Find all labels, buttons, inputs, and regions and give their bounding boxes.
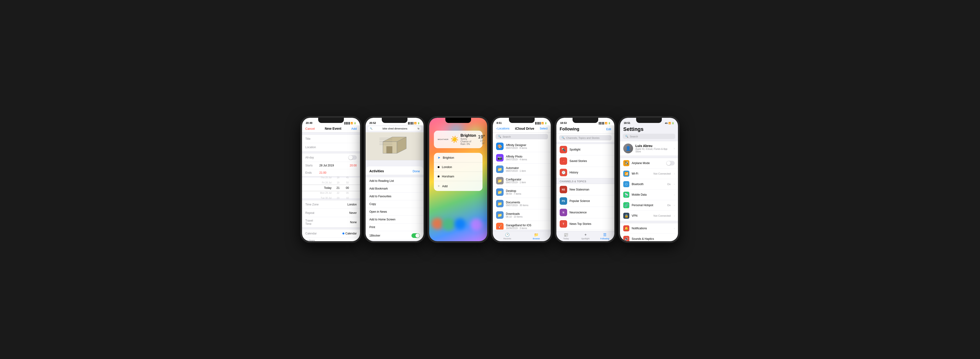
notch-4 xyxy=(509,118,535,123)
location-london[interactable]: London xyxy=(434,162,482,172)
location-add[interactable]: + Add xyxy=(434,181,482,191)
channel-news-top[interactable]: T News Top Stories xyxy=(557,218,614,230)
activity-add-favourites[interactable]: Add to Favourites xyxy=(366,192,423,200)
settings-vpn[interactable]: 🔒 VPN Not Connected xyxy=(620,211,678,221)
file-automator[interactable]: 📁 Automator 09/07/2019 · 1 item xyxy=(493,164,551,175)
phone-screen-4: 8:51 ▐▐▐▐ 📶 🔋 ‹ Locations iCloud Drive S… xyxy=(493,118,551,241)
location-field-row: Location xyxy=(302,143,360,151)
news-saved-stories[interactable]: 🔖 Saved Stories xyxy=(557,156,614,167)
refresh-icon[interactable]: ↻ xyxy=(418,127,419,130)
timezone-row[interactable]: Time Zone London xyxy=(302,200,360,209)
activity-reading-list[interactable]: Add to Reading List xyxy=(366,177,423,185)
weather-range: 23° / 14° xyxy=(478,140,485,145)
settings-mobile-data[interactable]: 📡 Mobile Data xyxy=(620,189,678,200)
add-home-label: Add to Home Screen xyxy=(369,218,395,221)
activity-copy[interactable]: Copy xyxy=(366,200,423,208)
settings-notifications[interactable]: 🔔 Notifications xyxy=(620,223,678,234)
file-documents[interactable]: 📁 Documents 09/07/2019 · 30 items xyxy=(493,198,551,210)
vpn-icon: 🔒 xyxy=(623,213,629,219)
search-icon-news: 🔍 xyxy=(562,136,565,139)
icloud-select-button[interactable]: Select xyxy=(540,127,547,130)
file-garageband-ios[interactable]: 🎸 GarageBand for iOS 16/06/2019 · 3 item… xyxy=(493,221,551,230)
mobile-data-icon: 📡 xyxy=(623,192,629,198)
news-spotlight[interactable]: 🔦 Spotlight xyxy=(557,144,614,156)
settings-wifi[interactable]: 📶 Wi-Fi Not Connected xyxy=(620,168,678,179)
channel-neuroscience[interactable]: N Neuroscience xyxy=(557,207,614,218)
blocker-toggle[interactable] xyxy=(412,233,420,238)
settings-airplane[interactable]: ✈️ Airplane Mode xyxy=(620,158,678,168)
bike-shed-content xyxy=(366,132,423,160)
status-time-2: 20:52 xyxy=(369,122,376,124)
safari-url-bar[interactable]: 🔍 bike shed dimensions ↻ xyxy=(368,126,421,131)
file-icon-desk: 📁 xyxy=(496,188,504,196)
tab-spotlight[interactable]: ✦ Spotlight xyxy=(576,231,595,241)
news-history[interactable]: 🕐 History xyxy=(557,167,614,178)
bottom-circle-4 xyxy=(470,219,482,231)
add-button[interactable]: Add xyxy=(352,127,357,130)
file-affinity-designer[interactable]: 🎨 Affinity Designer 09/07/2019 · 8 items xyxy=(493,141,551,152)
settings-search-bar[interactable]: 🔍 Search xyxy=(623,134,675,139)
travel-value: None xyxy=(350,221,357,224)
settings-bluetooth[interactable]: ⬡ Bluetooth On xyxy=(620,179,678,189)
activity-1blocker[interactable]: 1Blocker xyxy=(366,231,423,240)
file-name-ap: Affinity Photo xyxy=(506,155,547,158)
icloud-back-button[interactable]: ‹ Locations xyxy=(496,127,509,130)
tab-recents[interactable]: 🕐 Recents xyxy=(493,231,522,241)
airplane-toggle[interactable] xyxy=(666,161,675,165)
icloud-file-list: 🎨 Affinity Designer 09/07/2019 · 8 items… xyxy=(493,141,551,230)
location-brighton[interactable]: ➤ Brighton xyxy=(434,153,482,162)
vpn-chevron xyxy=(674,214,675,217)
wifi-label: Wi-Fi xyxy=(632,172,651,175)
new-statesman-label: New Statesman xyxy=(570,188,589,191)
location-dot-london xyxy=(438,166,439,168)
news-search-bar[interactable]: 🔍 Channels, Topics and Stories xyxy=(559,135,612,140)
ends-label: Ends xyxy=(305,171,319,174)
lock-icon: 🔍 xyxy=(370,127,372,130)
popular-science-label: Popular Science xyxy=(570,199,590,203)
file-meta-ad: 09/07/2019 · 8 items xyxy=(506,147,547,149)
file-configurator[interactable]: 📁 Configurator 09/07/2019 · 1 item xyxy=(493,175,551,186)
news-following-title: Following xyxy=(560,127,579,132)
allday-toggle[interactable] xyxy=(348,155,357,160)
battery-icon-2: 🔋 xyxy=(417,122,420,124)
settings-sounds[interactable]: 🔊 Sounds & Haptics xyxy=(620,234,678,241)
bottom-circle-1 xyxy=(431,218,443,230)
icloud-search-bar[interactable]: 🔍 Search xyxy=(496,134,548,139)
file-info-auto: Automator 09/07/2019 · 1 item xyxy=(506,167,547,172)
title-field-row: Title xyxy=(302,135,360,143)
calendar-row[interactable]: Calendar Calendar xyxy=(302,229,360,238)
tab-following[interactable]: ☰ Following xyxy=(595,231,614,241)
file-affinity-photo[interactable]: 📷 Affinity Photo 09/07/2019 · 4 items xyxy=(493,152,551,164)
activity-open-news[interactable]: Open in News xyxy=(366,208,423,216)
allday-row: All-day xyxy=(302,153,360,162)
profile-row[interactable]: 👤 Luis Abreu Apple ID, iCloud, iTunes & … xyxy=(620,141,678,156)
invitees-row[interactable]: Invitees xyxy=(302,238,360,241)
tab-today[interactable]: 📰 Today xyxy=(557,231,576,241)
status-time-6: 18:51 xyxy=(624,122,630,124)
file-name-desk: Desktop xyxy=(506,189,547,192)
file-desktop[interactable]: 📁 Desktop 08:59 · 7 items xyxy=(493,186,551,198)
channel-new-statesman[interactable]: NS New Statesman xyxy=(557,184,614,195)
bluetooth-icon: ⬡ xyxy=(623,181,629,187)
search-icon-settings: 🔍 xyxy=(625,135,628,138)
activity-print[interactable]: Print xyxy=(366,224,423,231)
activities-done-button[interactable]: Done xyxy=(413,170,420,173)
repeat-row[interactable]: Repeat Never xyxy=(302,209,360,217)
news-edit-button[interactable]: Edit xyxy=(606,128,611,131)
phone-screen-6: 18:51 4G 📶 🔋 Settings 🔍 Search xyxy=(620,118,678,241)
activity-add-bookmark[interactable]: Add Bookmark xyxy=(366,185,423,192)
time-picker[interactable]: Thu 25 Jul Fri 26 Jul Today Mon 29 Jul T… xyxy=(302,178,360,198)
activity-add-home[interactable]: Add to Home Screen xyxy=(366,216,423,224)
extra-settings: Time Zone London Repeat Never Travel Tim… xyxy=(302,200,360,228)
cancel-button[interactable]: Cancel xyxy=(305,127,315,130)
location-horsham[interactable]: Horsham xyxy=(434,172,482,181)
settings-hotspot[interactable]: 🔗 Personal Hotspot On xyxy=(620,200,678,211)
print-label: Print xyxy=(369,226,375,229)
travel-time-row[interactable]: Travel Time None xyxy=(302,217,360,227)
channel-popular-science[interactable]: PS Popular Science xyxy=(557,195,614,207)
spotlight-icon: 🔦 xyxy=(560,146,567,153)
tab-browse[interactable]: 📁 Browse xyxy=(522,231,551,241)
phone-icloud: 8:51 ▐▐▐▐ 📶 🔋 ‹ Locations iCloud Drive S… xyxy=(492,116,552,243)
file-downloads[interactable]: 📁 Downloads 06:10 · 10 items xyxy=(493,210,551,221)
calendar-nav: Cancel New Event Add xyxy=(302,125,360,132)
